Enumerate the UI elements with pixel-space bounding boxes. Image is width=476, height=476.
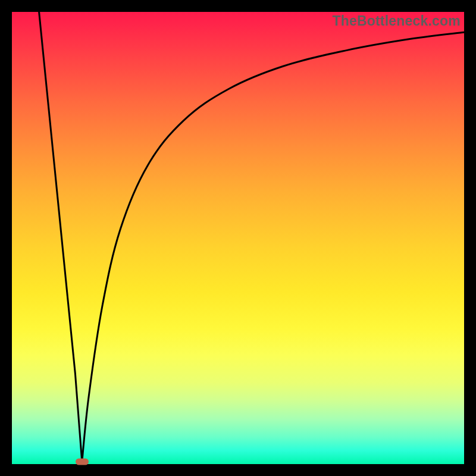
bottleneck-marker <box>76 459 89 465</box>
bottleneck-curve <box>12 12 464 464</box>
chart-plot-area: TheBottleneck.com <box>12 12 464 464</box>
